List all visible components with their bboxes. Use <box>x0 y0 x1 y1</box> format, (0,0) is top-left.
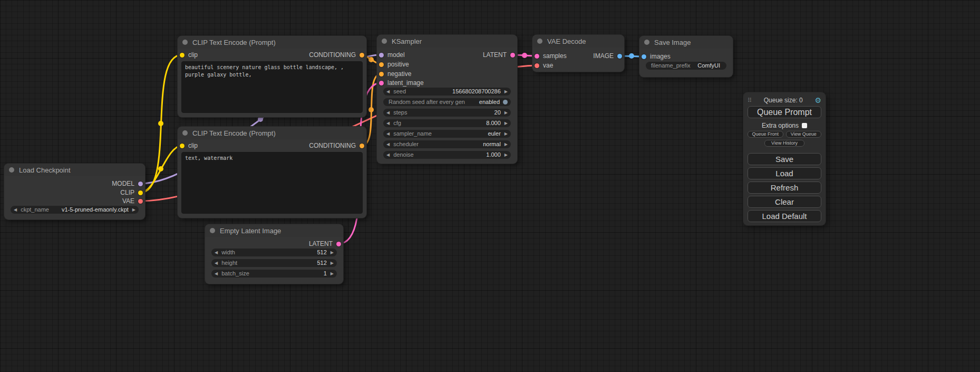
output-slot-conditioning[interactable]: CONDITIONING <box>309 51 364 59</box>
collapse-dot-icon[interactable] <box>9 167 14 173</box>
model-output-dot[interactable] <box>138 182 143 186</box>
vae-output-dot[interactable] <box>138 199 143 204</box>
load-button[interactable]: Load <box>748 167 821 179</box>
model-input-dot[interactable] <box>379 53 384 58</box>
widget-batch-size[interactable]: ◀ batch_size 1 ▶ <box>211 270 337 278</box>
widget-height[interactable]: ◀ height 512 ▶ <box>211 259 337 267</box>
view-history-button[interactable]: View History <box>764 140 804 147</box>
collapse-dot-icon[interactable] <box>644 40 649 45</box>
increment-arrow-icon[interactable]: ▶ <box>504 142 508 147</box>
collapse-dot-icon[interactable] <box>382 39 387 44</box>
output-slot-vae[interactable]: VAE <box>122 197 143 205</box>
queue-front-button[interactable]: Queue Front <box>748 131 783 138</box>
widget-steps[interactable]: ◀ steps 20 ▶ <box>383 109 511 117</box>
conditioning-output-dot[interactable] <box>360 53 364 58</box>
output-slot-image[interactable]: IMAGE <box>593 52 622 60</box>
latent-output-dot[interactable] <box>510 53 515 58</box>
increment-arrow-icon[interactable]: ▶ <box>504 121 508 126</box>
input-slot-vae[interactable]: vae <box>535 61 553 70</box>
refresh-button[interactable]: Refresh <box>748 182 821 194</box>
settings-gear-icon[interactable]: ⚙ <box>814 96 821 104</box>
output-slot-latent[interactable]: LATENT <box>483 51 515 59</box>
collapse-dot-icon[interactable] <box>182 40 188 45</box>
input-slot-samples[interactable]: samples <box>535 52 567 60</box>
decrement-arrow-icon[interactable]: ◀ <box>215 251 218 255</box>
decrement-arrow-icon[interactable]: ◀ <box>215 272 218 276</box>
image-output-dot[interactable] <box>617 54 622 59</box>
node-clip-text-encode-positive[interactable]: CLIP Text Encode (Prompt) clip CONDITION… <box>178 36 366 117</box>
decrement-arrow-icon[interactable]: ◀ <box>386 90 390 94</box>
node-title-bar[interactable]: Empty Latent Image <box>205 224 343 237</box>
node-title-bar[interactable]: CLIP Text Encode (Prompt) <box>178 127 366 139</box>
node-title-bar[interactable]: KSampler <box>377 35 517 47</box>
samples-input-dot[interactable] <box>535 54 539 59</box>
collapse-dot-icon[interactable] <box>537 39 542 44</box>
queue-prompt-button[interactable]: Queue Prompt <box>748 106 821 118</box>
clip-input-dot[interactable] <box>180 144 185 148</box>
collapse-dot-icon[interactable] <box>182 130 188 136</box>
clear-button[interactable]: Clear <box>748 196 821 208</box>
input-slot-clip[interactable]: clip <box>180 51 198 59</box>
positive-prompt-textarea[interactable]: beautiful scenery nature glass bottle la… <box>181 61 363 113</box>
increment-arrow-icon[interactable]: ▶ <box>331 272 334 276</box>
increment-arrow-icon[interactable]: ▶ <box>504 111 508 115</box>
decrement-arrow-icon[interactable]: ◀ <box>14 208 17 212</box>
increment-arrow-icon[interactable]: ▶ <box>331 251 334 255</box>
decrement-arrow-icon[interactable]: ◀ <box>215 261 218 265</box>
extra-options-checkbox[interactable] <box>802 123 807 128</box>
increment-arrow-icon[interactable]: ▶ <box>504 132 508 136</box>
input-slot-images[interactable]: images <box>642 52 671 61</box>
negative-input-dot[interactable] <box>379 72 384 77</box>
drag-handle-icon[interactable]: ⠿ <box>748 97 752 104</box>
output-slot-conditioning[interactable]: CONDITIONING <box>309 141 364 150</box>
increment-arrow-icon[interactable]: ▶ <box>504 153 508 157</box>
output-slot-clip[interactable]: CLIP <box>120 188 143 197</box>
widget-scheduler[interactable]: ◀ scheduler normal ▶ <box>383 140 511 148</box>
toggle-indicator-dot[interactable] <box>503 100 508 104</box>
widget-cfg[interactable]: ◀ cfg 8.000 ▶ <box>383 119 511 127</box>
positive-input-dot[interactable] <box>379 62 384 67</box>
node-vae-decode[interactable]: VAE Decode samples vae IMAGE <box>532 35 624 72</box>
widget-seed[interactable]: ◀ seed 156680208700286 ▶ <box>383 88 511 96</box>
widget-filename-prefix[interactable]: filename_prefix ComfyUI <box>646 62 726 70</box>
clip-input-dot[interactable] <box>180 53 185 58</box>
collapse-dot-icon[interactable] <box>210 228 215 233</box>
negative-prompt-textarea[interactable]: text, watermark <box>181 152 363 214</box>
decrement-arrow-icon[interactable]: ◀ <box>386 111 390 115</box>
widget-random-seed-toggle[interactable]: Random seed after every gen enabled <box>383 98 511 106</box>
node-save-image[interactable]: Save Image images filename_prefix ComfyU… <box>639 36 733 77</box>
node-load-checkpoint[interactable]: Load Checkpoint MODEL CLIP VAE ◀ ckpt_na… <box>4 164 145 220</box>
node-title-bar[interactable]: VAE Decode <box>532 35 624 47</box>
node-title-bar[interactable]: Load Checkpoint <box>4 164 145 176</box>
graph-canvas[interactable]: Load Checkpoint MODEL CLIP VAE ◀ ckpt_na… <box>0 0 980 372</box>
node-title-bar[interactable]: Save Image <box>639 36 733 49</box>
node-clip-text-encode-negative[interactable]: CLIP Text Encode (Prompt) clip CONDITION… <box>178 127 366 218</box>
decrement-arrow-icon[interactable]: ◀ <box>386 132 390 136</box>
save-button[interactable]: Save <box>748 153 821 165</box>
output-slot-latent[interactable]: LATENT <box>309 240 341 248</box>
widget-ckpt-name[interactable]: ◀ ckpt_name v1-5-pruned-emaonly.ckpt ▶ <box>11 206 139 214</box>
decrement-arrow-icon[interactable]: ◀ <box>386 121 390 126</box>
clip-output-dot[interactable] <box>138 190 143 195</box>
input-slot-clip[interactable]: clip <box>180 141 198 150</box>
node-title-bar[interactable]: CLIP Text Encode (Prompt) <box>178 36 366 49</box>
input-slot-latent-image[interactable]: latent_image <box>379 79 424 87</box>
input-slot-negative[interactable]: negative <box>379 70 411 78</box>
increment-arrow-icon[interactable]: ▶ <box>331 261 334 265</box>
widget-width[interactable]: ◀ width 512 ▶ <box>211 249 337 256</box>
images-input-dot[interactable] <box>642 54 646 59</box>
vae-input-dot[interactable] <box>535 63 539 68</box>
input-slot-positive[interactable]: positive <box>379 60 409 69</box>
conditioning-output-dot[interactable] <box>360 144 364 148</box>
node-empty-latent-image[interactable]: Empty Latent Image LATENT ◀ width 512 ▶ … <box>205 224 343 284</box>
view-queue-button[interactable]: View Queue <box>786 131 822 138</box>
decrement-arrow-icon[interactable]: ◀ <box>386 142 390 147</box>
output-slot-model[interactable]: MODEL <box>112 179 143 188</box>
widget-sampler-name[interactable]: ◀ sampler_name euler ▶ <box>383 130 511 138</box>
decrement-arrow-icon[interactable]: ◀ <box>386 153 390 157</box>
latent-image-input-dot[interactable] <box>379 81 384 85</box>
load-default-button[interactable]: Load Default <box>748 210 821 222</box>
latent-output-dot[interactable] <box>336 242 341 246</box>
input-slot-model[interactable]: model <box>379 51 405 59</box>
widget-denoise[interactable]: ◀ denoise 1.000 ▶ <box>383 151 511 159</box>
